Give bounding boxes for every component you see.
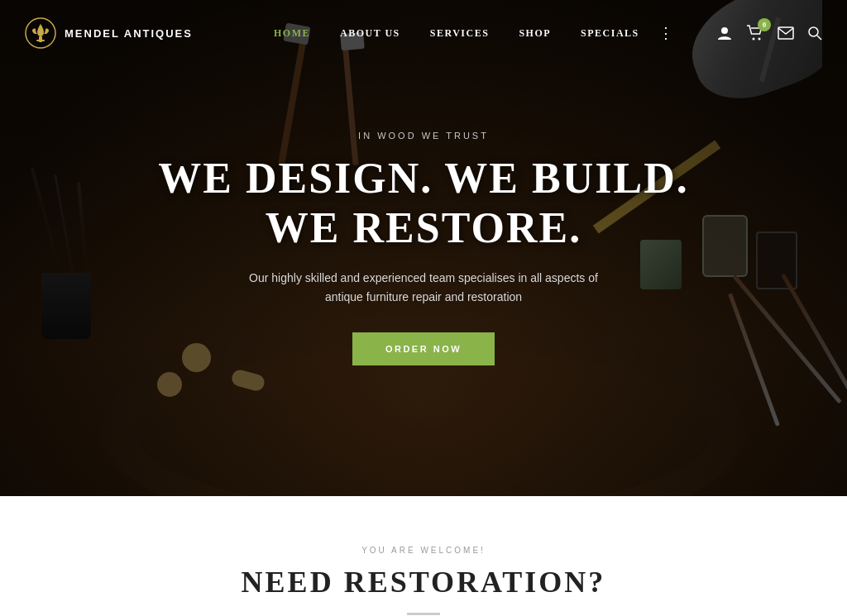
user-svg (716, 25, 733, 41)
below-hero-section: YOU ARE WELCOME! NEED RESTORATION? (0, 496, 847, 616)
cart-badge: 0 (758, 18, 771, 31)
nav-item-home[interactable]: HOME (259, 0, 325, 66)
logo-text: MENDEL ANTIQUES (65, 27, 193, 40)
below-hero-title: NEED RESTORATION? (17, 565, 830, 599)
hero-content: IN WOOD WE TRUST WE DESIGN. WE BUILD. WE… (0, 0, 847, 496)
nav-link-shop[interactable]: SHOP (504, 0, 566, 66)
svg-point-7 (809, 27, 818, 36)
svg-point-3 (721, 27, 728, 34)
below-hero-eyebrow: YOU ARE WELCOME! (17, 546, 830, 555)
hero-title: WE DESIGN. WE BUILD. WE RESTORE. (158, 154, 689, 253)
nav-link-about[interactable]: ABOUT US (325, 0, 415, 66)
logo-link[interactable]: MENDEL ANTIQUES (25, 17, 193, 49)
nav-item-specials[interactable]: SPECIALS (566, 0, 654, 66)
nav-link-services[interactable]: SERVICES (415, 0, 505, 66)
mail-icon[interactable] (778, 26, 794, 40)
more-menu-button[interactable]: ⋮ (654, 0, 679, 66)
nav-link-specials[interactable]: SPECIALS (566, 0, 654, 66)
navbar: MENDEL ANTIQUES HOME ABOUT US SERVICES S… (0, 0, 847, 66)
hero-title-line2: WE RESTORE. (266, 204, 581, 251)
mail-svg (778, 26, 794, 40)
hero-section: MENDEL ANTIQUES HOME ABOUT US SERVICES S… (0, 0, 847, 496)
nav-item-about[interactable]: ABOUT US (325, 0, 415, 66)
hero-subtitle: Our highly skilled and experienced team … (242, 269, 605, 306)
hero-title-line1: WE DESIGN. WE BUILD. (158, 155, 689, 202)
search-icon[interactable] (807, 26, 822, 41)
nav-right-icons: 0 (716, 25, 822, 41)
hero-eyebrow: IN WOOD WE TRUST (358, 131, 489, 141)
svg-rect-6 (778, 27, 793, 39)
user-icon[interactable] (716, 25, 733, 41)
logo-icon (25, 17, 56, 49)
nav-item-shop[interactable]: SHOP (504, 0, 566, 66)
nav-link-home[interactable]: HOME (259, 0, 325, 66)
svg-point-4 (753, 38, 755, 41)
cart-icon[interactable]: 0 (746, 25, 764, 41)
nav-links: HOME ABOUT US SERVICES SHOP SPECIALS (259, 0, 654, 66)
search-svg (807, 26, 822, 41)
below-hero-divider (407, 613, 440, 615)
svg-point-5 (758, 38, 761, 41)
nav-item-services[interactable]: SERVICES (415, 0, 505, 66)
svg-rect-2 (36, 40, 45, 41)
svg-line-8 (817, 36, 821, 40)
order-now-button[interactable]: ORDER NOW (352, 332, 495, 365)
